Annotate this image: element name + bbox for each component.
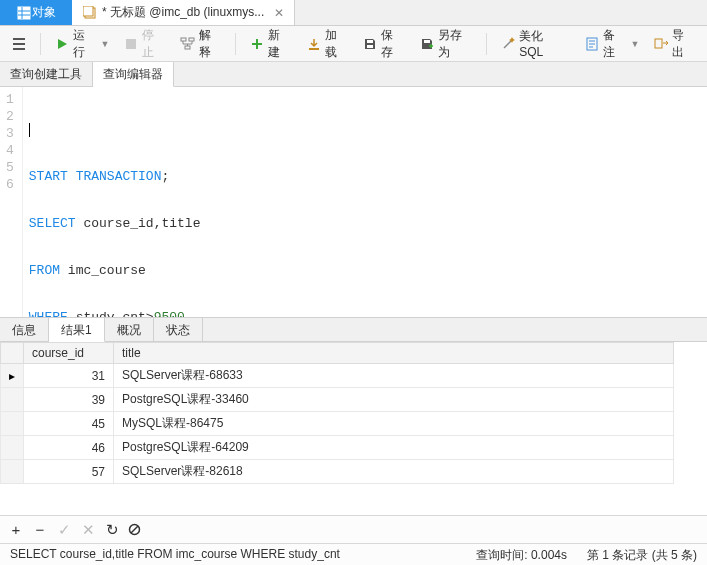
- status-query: SELECT course_id,title FROM imc_course W…: [0, 544, 466, 565]
- chevron-down-icon: ▼: [631, 39, 640, 49]
- tab-result1[interactable]: 结果1: [49, 318, 105, 342]
- wand-icon: [500, 36, 516, 52]
- explain-icon: [180, 36, 196, 52]
- save-icon: [363, 36, 379, 52]
- svg-rect-6: [126, 39, 136, 49]
- status-record: 第 1 条记录 (共 5 条): [577, 544, 707, 565]
- editor-tab-strip: 查询创建工具 查询编辑器: [0, 62, 707, 87]
- cancel-button[interactable]: ✕: [80, 521, 96, 539]
- header-row: course_id title: [1, 343, 674, 364]
- export-icon: [653, 36, 669, 52]
- table-row[interactable]: ▸31SQLServer课程-68633: [1, 364, 674, 388]
- code-area[interactable]: START TRANSACTION; SELECT course_id,titl…: [23, 87, 207, 317]
- sql-editor[interactable]: 123456 START TRANSACTION; SELECT course_…: [0, 87, 707, 317]
- play-icon: [54, 36, 70, 52]
- status-bar: SELECT course_id,title FROM imc_course W…: [0, 543, 707, 565]
- separator: [486, 33, 487, 55]
- save-as-icon: [419, 36, 435, 52]
- table-row[interactable]: 46PostgreSQL课程-64209: [1, 436, 674, 460]
- record-controls: + − ✓ ✕ ↻: [0, 515, 707, 543]
- svg-rect-11: [367, 45, 373, 48]
- table-row[interactable]: 39PostgreSQL课程-33460: [1, 388, 674, 412]
- tab-query-file[interactable]: * 无标题 @imc_db (linuxmys... ✕: [72, 0, 295, 25]
- hamburger-icon: [11, 36, 27, 52]
- tab-info[interactable]: 信息: [0, 318, 49, 341]
- tab-objects-label: 对象: [32, 4, 56, 21]
- table-row[interactable]: 57SQLServer课程-82618: [1, 460, 674, 484]
- tab-query-editor[interactable]: 查询编辑器: [93, 62, 174, 87]
- notes-icon: [584, 36, 600, 52]
- result-grid[interactable]: course_id title ▸31SQLServer课程-68633 39P…: [0, 342, 707, 515]
- tab-profile[interactable]: 概况: [105, 318, 154, 341]
- svg-rect-9: [185, 46, 190, 49]
- save-button[interactable]: 保存: [358, 24, 411, 64]
- separator: [235, 33, 236, 55]
- export-button[interactable]: 导出: [648, 24, 701, 64]
- tab-file-label: * 无标题 @imc_db (linuxmys...: [102, 4, 264, 21]
- svg-rect-12: [424, 40, 430, 43]
- new-button[interactable]: 新建: [244, 24, 297, 64]
- svg-line-16: [131, 526, 138, 533]
- add-record-button[interactable]: +: [8, 521, 24, 538]
- explain-button[interactable]: 解释: [175, 24, 228, 64]
- svg-rect-14: [655, 39, 662, 48]
- table-icon: [16, 5, 32, 21]
- notes-button[interactable]: 备注▼: [579, 24, 644, 64]
- refresh-button[interactable]: ↻: [104, 521, 120, 539]
- plus-icon: [249, 36, 265, 52]
- line-gutter: 123456: [0, 87, 23, 317]
- tab-query-builder[interactable]: 查询创建工具: [0, 62, 93, 86]
- svg-rect-8: [189, 38, 194, 41]
- separator: [40, 33, 41, 55]
- beautify-button[interactable]: 美化 SQL: [495, 25, 575, 62]
- tab-status[interactable]: 状态: [154, 318, 203, 341]
- text-cursor: [29, 123, 30, 137]
- stop-icon: [123, 36, 139, 52]
- load-button[interactable]: 加载: [301, 24, 354, 64]
- run-button[interactable]: 运行▼: [49, 24, 114, 64]
- hamburger-button[interactable]: [6, 33, 32, 55]
- table-row[interactable]: 45MySQL课程-86475: [1, 412, 674, 436]
- tab-objects[interactable]: 对象: [0, 0, 72, 25]
- row-header-blank: [1, 343, 24, 364]
- column-title[interactable]: title: [114, 343, 674, 364]
- load-icon: [306, 36, 322, 52]
- chevron-down-icon: ▼: [100, 39, 109, 49]
- svg-rect-10: [367, 40, 373, 43]
- stop-button[interactable]: 停止: [118, 24, 171, 64]
- current-row-marker: ▸: [1, 364, 24, 388]
- svg-rect-7: [181, 38, 186, 41]
- file-tab-strip: 对象 * 无标题 @imc_db (linuxmys... ✕: [0, 0, 707, 26]
- delete-record-button[interactable]: −: [32, 521, 48, 538]
- stop-fetch-button[interactable]: [128, 523, 144, 536]
- svg-rect-0: [18, 7, 30, 19]
- confirm-button[interactable]: ✓: [56, 521, 72, 539]
- svg-rect-5: [83, 6, 93, 16]
- close-icon[interactable]: ✕: [274, 6, 284, 20]
- toolbar: 运行▼ 停止 解释 新建 加载 保存 另存为 美化 SQL 备注▼ 导出: [0, 26, 707, 62]
- status-time: 查询时间: 0.004s: [466, 544, 577, 565]
- column-course-id[interactable]: course_id: [24, 343, 114, 364]
- save-as-button[interactable]: 另存为: [414, 24, 478, 64]
- result-tab-strip: 信息 结果1 概况 状态: [0, 317, 707, 342]
- query-file-icon: [82, 5, 98, 21]
